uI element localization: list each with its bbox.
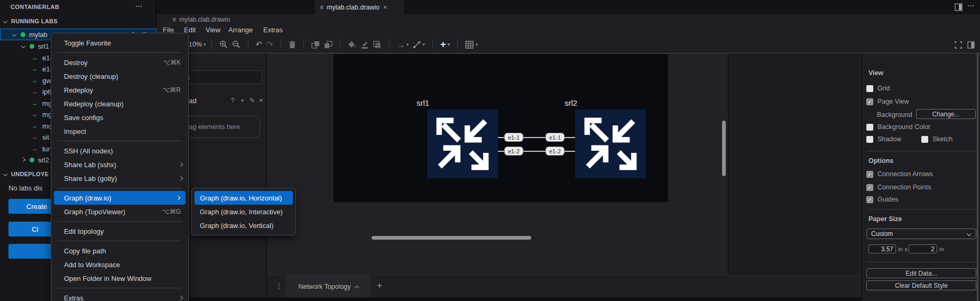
clear-default-style-button[interactable]: Clear Default Style	[866, 280, 976, 290]
menu-item-save-configs[interactable]: Save configs	[51, 111, 188, 124]
editor-more-actions-icon[interactable]: ⋯	[967, 1, 975, 10]
menu-item-graph-drawio[interactable]: Graph (draw.io)	[54, 191, 186, 205]
pages-menu-icon[interactable]: ⋮	[275, 282, 283, 290]
to-back-icon[interactable]	[324, 41, 332, 49]
sketch-checkbox[interactable]	[921, 136, 928, 143]
scratchpad-help-icon[interactable]: ?	[231, 97, 235, 104]
submenu-item-graph-vertical[interactable]: Graph (draw.io, Vertical)	[192, 218, 295, 232]
menu-item-share-lab-sshx[interactable]: Share Lab (sshx)	[51, 158, 188, 171]
more-actions-icon[interactable]: ⋯	[135, 2, 143, 10]
undo-icon[interactable]: ↶	[256, 40, 263, 49]
menu-item-share-lab-gotty[interactable]: Share Lab (gotty)	[51, 171, 188, 185]
guides-checkbox[interactable]: ✓	[866, 196, 873, 203]
page-tab-label: Network Topology	[298, 283, 350, 290]
section-running-labs[interactable]: RUNNING LABS	[0, 15, 156, 26]
node-shape-srl2[interactable]	[575, 110, 646, 178]
interface-link-icon: ↔	[32, 145, 38, 152]
zoom-in-icon[interactable]	[219, 40, 228, 49]
change-background-button[interactable]: Change...	[916, 109, 976, 119]
connection-arrows-option[interactable]: ✓ Connection Arrows	[866, 170, 933, 178]
panel-separator	[866, 151, 976, 151]
shadow-checkbox[interactable]	[866, 136, 873, 143]
node-label-srl2[interactable]: srl2	[565, 98, 577, 107]
connection-points-option[interactable]: ✓ Connection Points	[866, 184, 931, 191]
fullscreen-icon[interactable]	[955, 41, 962, 49]
interface-link-icon: ↔	[32, 77, 38, 84]
horizontal-scrollbar[interactable]	[372, 236, 531, 240]
menu-item-graph-topoviewer[interactable]: Graph (TopoViewer)⌥⌘G	[51, 205, 188, 218]
grid-option[interactable]: Grid	[866, 85, 890, 92]
fill-color-icon[interactable]	[348, 41, 356, 49]
link-label[interactable]: e1-1	[504, 133, 523, 142]
menu-item-label: Graph (draw.io)	[64, 194, 112, 202]
scratchpad-close-icon[interactable]: ×	[259, 96, 263, 104]
edit-data-button[interactable]: Edit Data...	[866, 268, 976, 278]
menu-item-edit-topology[interactable]: Edit topology	[51, 224, 188, 238]
vertical-scrollbar[interactable]	[722, 121, 726, 176]
menu-arrange[interactable]: Arrange	[228, 26, 253, 34]
link-label[interactable]: e1-2	[546, 147, 565, 156]
link-label[interactable]: e1-2	[504, 147, 523, 156]
grid-checkbox[interactable]	[866, 85, 873, 92]
table-icon[interactable]: ▾	[465, 41, 478, 49]
zoom-out-icon[interactable]	[232, 40, 241, 49]
redo-icon[interactable]: ↷	[266, 40, 273, 49]
paper-size-select[interactable]: Custom	[866, 229, 976, 239]
to-front-icon[interactable]	[311, 41, 320, 49]
editor-tab-bar: ≡ mylab.clab.drawio × ⋯	[156, 0, 980, 14]
scratchpad-add-icon[interactable]: +	[241, 96, 245, 104]
menu-item-open-folder-new-window[interactable]: Open Folder in New Window	[51, 271, 188, 285]
menu-extras[interactable]: Extras	[263, 26, 283, 34]
add-page-icon[interactable]: +	[377, 280, 382, 291]
waypoints-icon[interactable]: ▾	[413, 41, 425, 49]
shadow-icon[interactable]	[373, 41, 382, 49]
submenu-item-graph-horizontal[interactable]: Graph (draw.io, Horizontal)	[195, 191, 293, 205]
menu-item-add-to-workspace[interactable]: Add to Workspace	[51, 258, 188, 271]
submenu-item-graph-interactive[interactable]: Graph (draw.io, Interactive)	[192, 205, 295, 218]
connection-points-checkbox[interactable]: ✓	[866, 184, 873, 191]
interface-name: sit	[42, 133, 49, 141]
menu-item-copy-file-path[interactable]: Copy file path	[51, 244, 188, 258]
chevron-down-icon	[3, 171, 7, 176]
format-panel-toggle-icon[interactable]	[967, 41, 975, 49]
submenu-arrow-icon	[179, 162, 183, 167]
guides-option[interactable]: ✓ Guides	[866, 196, 899, 203]
link-label[interactable]: e1-1	[546, 133, 565, 142]
dropdown-icon: ▾	[448, 42, 450, 47]
background-color-checkbox[interactable]	[866, 124, 873, 131]
panel-scrollbar[interactable]	[977, 53, 978, 301]
connection-arrow-icon[interactable]: → ▾	[397, 40, 409, 49]
page-view-checkbox[interactable]: ✓	[866, 98, 873, 105]
background-color-option[interactable]: Background Color	[866, 123, 930, 131]
tab-mylab-clab-drawio[interactable]: ≡ mylab.clab.drawio ×	[315, 0, 404, 14]
menu-item-destroy[interactable]: Destroy⌥⌘K	[51, 56, 188, 69]
insert-icon[interactable]: + ▾	[440, 39, 450, 50]
node-label-srl1[interactable]: srl1	[417, 98, 429, 107]
menu-item-inspect[interactable]: Inspect	[51, 124, 188, 138]
scratchpad-edit-icon[interactable]: ✎	[249, 97, 255, 104]
page-tab-network-topology[interactable]: Network Topology	[286, 276, 371, 298]
menu-view[interactable]: View	[206, 26, 220, 34]
menu-item-toggle-favorite[interactable]: Toggle Favorite	[51, 36, 188, 50]
delete-icon[interactable]	[289, 41, 296, 49]
line-color-icon[interactable]	[360, 41, 369, 49]
diagram-canvas[interactable]: srl1 srl2	[267, 53, 728, 275]
paper-height-input[interactable]	[909, 244, 937, 253]
menu-item-destroy-cleanup[interactable]: Destroy (cleanup)	[51, 69, 188, 83]
menu-item-ssh-all-nodes[interactable]: SSH (All nodes)	[51, 144, 188, 158]
sketch-option[interactable]: Sketch	[921, 135, 953, 143]
connection-arrows-checkbox[interactable]: ✓	[866, 171, 873, 178]
menu-item-label: Extras	[64, 294, 84, 301]
paper-width-input[interactable]	[868, 244, 896, 253]
page-view-option[interactable]: ✓ Page View	[866, 98, 909, 105]
breadcrumb[interactable]: ≡ mylab.clab.drawio	[156, 14, 980, 24]
node-shape-srl1[interactable]	[427, 110, 498, 178]
split-editor-icon[interactable]	[955, 3, 963, 11]
menu-item-redeploy-cleanup[interactable]: Redeploy (cleanup)	[51, 97, 188, 111]
menu-shortcut: ⌥⌘G	[162, 208, 181, 215]
menu-item-redeploy[interactable]: Redeploy⌥⌘R	[51, 83, 188, 97]
close-icon[interactable]: ×	[383, 4, 387, 11]
menu-item-label: Share Lab (sshx)	[64, 161, 116, 169]
menu-item-extras[interactable]: Extras	[51, 291, 188, 301]
shadow-option[interactable]: Shadow	[866, 135, 901, 143]
